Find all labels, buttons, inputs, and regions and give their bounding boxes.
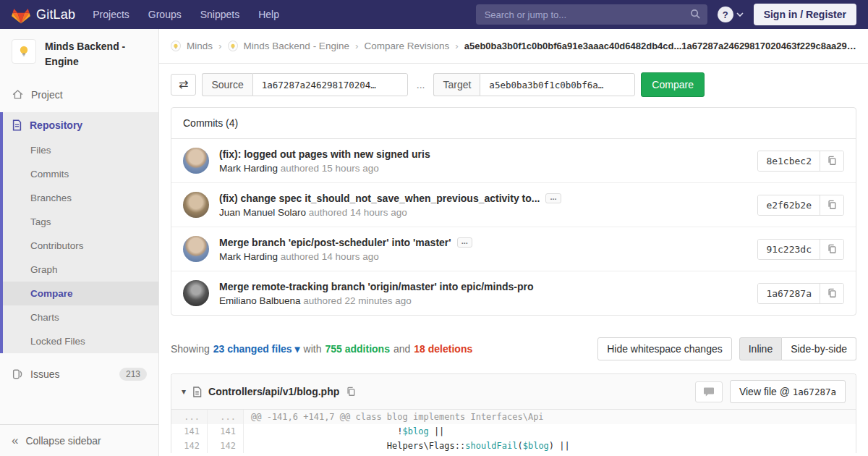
commit-authored-time: authored 15 hours ago [281,163,379,174]
sign-in-button[interactable]: Sign in / Register [754,4,856,25]
breadcrumb-current-sha-range: a5eb0ba3b0f1c0b0bf6a91e3aaac40d6482db4cd… [464,41,856,51]
breadcrumb-project[interactable]: Minds Backend - Engine [244,41,349,51]
breadcrumb-minds[interactable]: Minds [187,41,213,51]
help-dropdown[interactable]: ? [718,7,744,22]
avatar[interactable] [183,192,209,218]
avatar[interactable] [183,148,209,174]
sidebar-item-issues[interactable]: Issues 213 [0,360,158,388]
commit-author-link[interactable]: Emiliano Balbuena [219,295,301,306]
collapse-diff-icon[interactable]: ▾ [182,387,186,397]
gitlab-tanuki-icon [12,6,30,24]
copy-icon [827,156,837,166]
hide-whitespace-button[interactable]: Hide whitespace changes [597,337,732,360]
swap-revisions-button[interactable]: ⇄ [171,74,196,96]
copy-icon [827,200,837,210]
sidebar-item-label: Project [31,89,63,101]
code-token: || [429,426,445,436]
diff-hunk-row: ... ... @@ -141,6 +141,7 @@ class blog i… [171,410,856,424]
source-label: Source [202,73,252,96]
nav-projects[interactable]: Projects [93,9,129,20]
commit-title-link[interactable]: Merge branch 'epic/post-scheduler' into … [219,237,451,248]
commit-author-link[interactable]: Mark Harding [219,251,278,262]
sidebar-item-contributors[interactable]: Contributors [3,234,158,258]
inline-view-button[interactable]: Inline [739,337,782,360]
breadcrumb: Minds › Minds Backend - Engine › Compare… [159,29,868,64]
commit-title-link[interactable]: Merge remote-tracking branch 'origin/mas… [219,281,534,292]
nav-groups[interactable]: Groups [148,9,182,20]
global-search [476,4,707,25]
commit-author-link[interactable]: Mark Harding [219,163,278,174]
commit-row: (fix) change spec it_should_not_save_whe… [171,183,856,227]
sidebar-item-repository[interactable]: Repository [3,112,158,138]
commit-author-link[interactable]: Juan Manuel Solaro [219,207,306,218]
project-sidebar: Minds Backend - Engine Project Repositor… [0,29,159,456]
old-line-number[interactable]: 142 [171,439,208,453]
nav-help[interactable]: Help [258,9,279,20]
home-icon [12,88,24,101]
target-revision-input[interactable] [480,73,635,96]
side-by-side-view-button[interactable]: Side-by-side [782,337,856,360]
code-indent [251,441,387,451]
code-function-token: shouldFail [465,441,517,451]
group-avatar [171,41,181,51]
copy-file-path-button[interactable] [346,387,356,397]
document-icon [12,119,22,131]
copy-sha-button[interactable] [820,240,843,259]
compare-form: ⇄ Source ... Target Compare [171,72,856,97]
project-avatar-small [228,41,238,51]
sidebar-item-project[interactable]: Project [0,81,158,108]
view-file-button[interactable]: View file @ 1a67287a [730,380,846,403]
commit-description-expander[interactable]: ... [545,193,561,203]
nav-snippets[interactable]: Snippets [200,9,239,20]
breadcrumb-separator: › [218,41,222,51]
gitlab-logo[interactable]: GitLab [12,6,75,24]
code-token: ) || [549,441,570,451]
chevron-down-icon [736,12,744,17]
sidebar-item-branches[interactable]: Branches [3,186,158,210]
commit-sha[interactable]: 1a67287a [758,284,820,303]
search-input[interactable] [476,4,707,25]
new-line-number[interactable]: 141 [208,424,244,439]
new-line-number[interactable]: 142 [208,439,244,453]
sidebar-item-commits[interactable]: Commits [3,162,158,186]
issues-icon [12,368,23,380]
collapse-sidebar-label: Collapse sidebar [25,435,101,447]
commit-title-link[interactable]: (fix) change spec it_should_not_save_whe… [219,193,540,204]
breadcrumb-compare-revisions[interactable]: Compare Revisions [364,41,449,51]
copy-icon [827,288,837,298]
sidebar-item-tags[interactable]: Tags [3,210,158,234]
sidebar-item-graph[interactable]: Graph [3,258,158,282]
copy-sha-button[interactable] [820,284,843,303]
copy-sha-button[interactable] [820,151,843,171]
chevron-down-icon: ▾ [295,343,300,355]
source-revision-input[interactable] [252,73,408,96]
collapse-sidebar-button[interactable]: « Collapse sidebar [0,424,158,456]
commit-description-expander[interactable]: ... [457,237,472,248]
diff-content: ... ... @@ -141,6 +141,7 @@ class blog i… [171,410,856,453]
avatar[interactable] [183,236,209,262]
commit-sha[interactable]: 91c223dc [758,240,820,259]
issues-count-badge: 213 [119,368,147,381]
sidebar-item-locked-files[interactable]: Locked Files [3,329,158,353]
commit-authored-time: authored 14 hours ago [281,251,379,262]
file-comments-button[interactable] [695,381,723,402]
hunk-header-text: @@ -141,6 +141,7 @@ class blog implement… [244,412,856,422]
sidebar-item-charts[interactable]: Charts [3,305,158,329]
compare-button[interactable]: Compare [641,72,705,97]
commit-title-link[interactable]: (fix): logged out pages with new signed … [219,148,430,160]
changed-files-dropdown[interactable]: 23 changed files ▾ [213,343,300,355]
commit-sha[interactable]: e2f62b2e [758,195,820,215]
sidebar-item-label: Issues [30,368,59,380]
view-file-label: View file @ [739,386,793,397]
showing-label: Showing [171,343,210,355]
copy-icon [827,244,837,254]
sidebar-item-files[interactable]: Files [3,138,158,162]
sidebar-item-compare[interactable]: Compare [3,282,158,305]
avatar[interactable] [183,280,209,306]
commit-sha[interactable]: 8e1cbec2 [758,151,820,171]
project-context-header[interactable]: Minds Backend - Engine [0,29,158,81]
diff-file-path[interactable]: Controllers/api/v1/blog.php [208,386,339,397]
old-line-number[interactable]: 141 [171,424,208,439]
copy-sha-button[interactable] [820,195,843,215]
diff-view-toggle: Inline Side-by-side [739,337,856,360]
